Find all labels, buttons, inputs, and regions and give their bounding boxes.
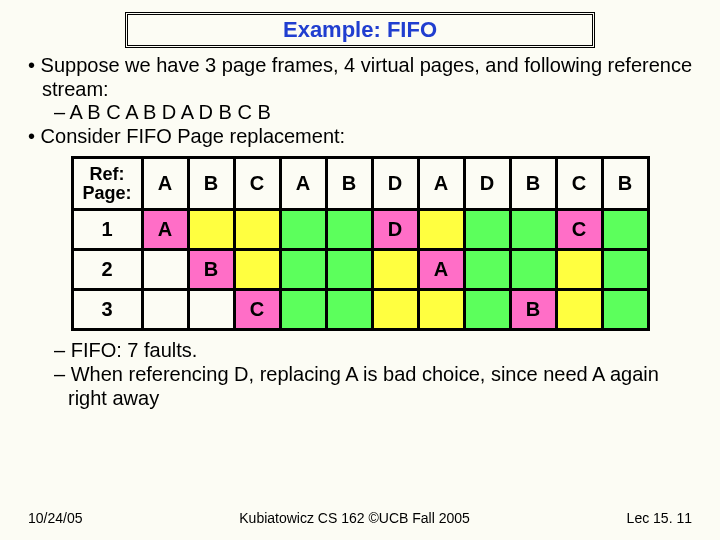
f2c1 [142, 250, 188, 290]
f3c8 [464, 290, 510, 330]
post-2: – When referencing D, replacing A is bad… [24, 363, 702, 410]
ref-1: A [142, 158, 188, 210]
f3c3: C [234, 290, 280, 330]
ref-10: C [556, 158, 602, 210]
f3c2 [188, 290, 234, 330]
f1c11 [602, 210, 648, 250]
f1c3 [234, 210, 280, 250]
f2c9 [510, 250, 556, 290]
f1c7 [418, 210, 464, 250]
title-box: Example: FIFO [125, 12, 595, 48]
f1c2 [188, 210, 234, 250]
f1c6: D [372, 210, 418, 250]
ref-11: B [602, 158, 648, 210]
f3c1 [142, 290, 188, 330]
footer-left: 10/24/05 [28, 510, 83, 526]
ref-9: B [510, 158, 556, 210]
ref-header-a: Ref: [90, 164, 125, 184]
f1c4 [280, 210, 326, 250]
fifo-table-wrap: Ref:Page: A B C A B D A D B C B 1 A D [18, 156, 702, 331]
frame-2-label: 2 [72, 250, 142, 290]
bullet-1: • Suppose we have 3 page frames, 4 virtu… [24, 54, 702, 101]
ref-2: B [188, 158, 234, 210]
f2c2: B [188, 250, 234, 290]
post-1-text: FIFO: 7 faults. [71, 339, 198, 361]
f2c5 [326, 250, 372, 290]
frame-3-label: 3 [72, 290, 142, 330]
f1c10: C [556, 210, 602, 250]
post-1: – FIFO: 7 faults. [24, 339, 702, 363]
post-bullets: – FIFO: 7 faults. – When referencing D, … [24, 339, 702, 410]
ref-7: A [418, 158, 464, 210]
bullet-1-text: Suppose we have 3 page frames, 4 virtual… [41, 54, 693, 100]
f3c6 [372, 290, 418, 330]
f2c7: A [418, 250, 464, 290]
bullet-1a-text: A B C A B D A D B C B [70, 101, 271, 123]
f1c1: A [142, 210, 188, 250]
bullet-2-text: Consider FIFO Page replacement: [41, 125, 346, 147]
f2c3 [234, 250, 280, 290]
slide-title: Example: FIFO [283, 17, 437, 42]
f1c5 [326, 210, 372, 250]
f2c4 [280, 250, 326, 290]
f3c5 [326, 290, 372, 330]
f2c11 [602, 250, 648, 290]
f2c8 [464, 250, 510, 290]
f2c10 [556, 250, 602, 290]
frame-1-label: 1 [72, 210, 142, 250]
bullet-1a: – A B C A B D A D B C B [24, 101, 702, 125]
frame-row-2: 2 B A [72, 250, 648, 290]
footer-center: Kubiatowicz CS 162 ©UCB Fall 2005 [239, 510, 470, 526]
f3c7 [418, 290, 464, 330]
frame-row-3: 3 C B [72, 290, 648, 330]
f1c8 [464, 210, 510, 250]
ref-3: C [234, 158, 280, 210]
ref-6: D [372, 158, 418, 210]
footer-right: Lec 15. 11 [627, 510, 692, 526]
fifo-table: Ref:Page: A B C A B D A D B C B 1 A D [71, 156, 650, 331]
ref-8: D [464, 158, 510, 210]
ref-header-b: Page: [82, 183, 131, 203]
ref-header: Ref:Page: [72, 158, 142, 210]
post-2-text: When referencing D, replacing A is bad c… [68, 363, 659, 409]
f3c10 [556, 290, 602, 330]
f3c4 [280, 290, 326, 330]
slide: Example: FIFO • Suppose we have 3 page f… [0, 0, 720, 540]
ref-row: Ref:Page: A B C A B D A D B C B [72, 158, 648, 210]
f3c9: B [510, 290, 556, 330]
ref-4: A [280, 158, 326, 210]
f2c6 [372, 250, 418, 290]
intro-bullets: • Suppose we have 3 page frames, 4 virtu… [24, 54, 702, 148]
f3c11 [602, 290, 648, 330]
ref-5: B [326, 158, 372, 210]
frame-row-1: 1 A D C [72, 210, 648, 250]
bullet-2: • Consider FIFO Page replacement: [24, 125, 702, 149]
f1c9 [510, 210, 556, 250]
footer: 10/24/05 Kubiatowicz CS 162 ©UCB Fall 20… [0, 510, 720, 526]
